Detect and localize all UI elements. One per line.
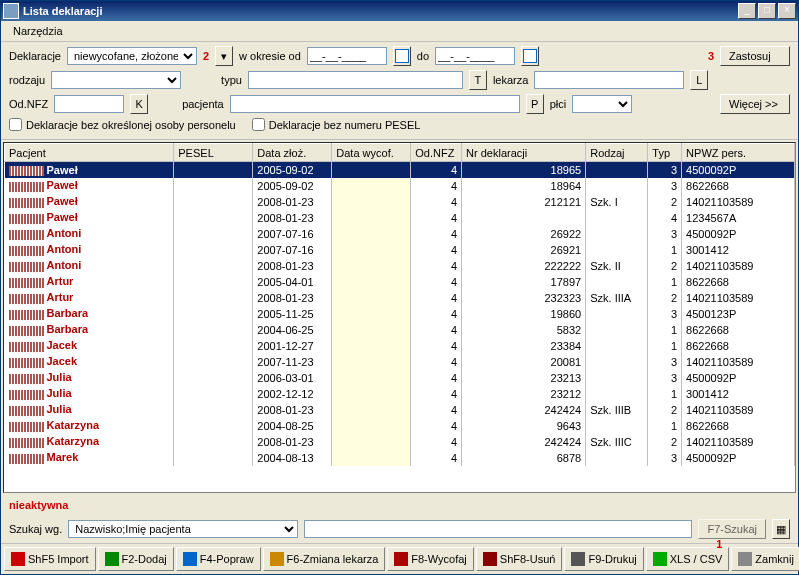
withdraw-icon [394, 552, 408, 566]
odnfz-input[interactable] [54, 95, 124, 113]
close-button[interactable]: × [778, 3, 796, 19]
print-button[interactable]: F9-Drukuj [564, 547, 643, 571]
col-header[interactable]: Od.NFZ [411, 144, 462, 162]
change-doctor-button[interactable]: F6-Zmiana lekarza [263, 547, 386, 571]
filters-panel: Deklaracje niewycofane, złożone 2 ▾ w ok… [1, 42, 798, 140]
table-row[interactable]: Julia2002-12-1242321213001412 [5, 386, 795, 402]
odnfz-label: Od.NFZ [9, 98, 48, 110]
add-button[interactable]: F2-Dodaj [98, 547, 174, 571]
maximize-button[interactable]: □ [758, 3, 776, 19]
data-grid[interactable]: PacjentPESELData złoż.Data wycof.Od.NFZN… [3, 142, 796, 493]
import-button[interactable]: ShF5 Import [4, 547, 96, 571]
decl-dropdown-button[interactable]: ▾ [215, 46, 233, 66]
menu-tools[interactable]: Narzędzia [7, 23, 69, 39]
apply-button[interactable]: Zastosuj [720, 46, 790, 66]
menubar: Narzędzia [1, 21, 798, 42]
marker-1: 1 [716, 538, 722, 550]
table-row[interactable]: Julia2008-01-234242424Szk. IIIB214021103… [5, 402, 795, 418]
type-lookup-button[interactable]: T [469, 70, 487, 90]
col-header[interactable]: Data wycof. [332, 144, 411, 162]
table-row[interactable]: Paweł2005-09-0241896438622668 [5, 178, 795, 194]
col-header[interactable]: Data złoż. [253, 144, 332, 162]
window-title: Lista deklaracji [23, 5, 738, 17]
doctor-label: lekarza [493, 74, 528, 86]
table-row[interactable]: Antoni2007-07-1642692113001412 [5, 242, 795, 258]
date-to-cal-button[interactable] [521, 46, 539, 66]
search-input[interactable] [304, 520, 692, 538]
table-row[interactable]: Artur2005-04-0141789718622668 [5, 274, 795, 290]
change-icon [270, 552, 284, 566]
search-aux-button[interactable]: ▦ [772, 519, 790, 539]
sex-select[interactable] [572, 95, 632, 113]
withdraw-button[interactable]: F8-Wycofaj [387, 547, 474, 571]
decl-select[interactable]: niewycofane, złożone [67, 47, 197, 65]
marker-3: 3 [708, 50, 714, 62]
close-icon [738, 552, 752, 566]
table-row[interactable]: Katarzyna2004-08-254964318622668 [5, 418, 795, 434]
delete-button[interactable]: ShF8-Usuń [476, 547, 563, 571]
table-row[interactable]: Paweł2008-01-234212121Szk. I214021103589 [5, 194, 795, 210]
minimize-button[interactable]: _ [738, 3, 756, 19]
calendar-icon [395, 49, 409, 63]
date-from-input[interactable] [307, 47, 387, 65]
sex-label: płci [550, 98, 567, 110]
patient-input[interactable] [230, 95, 520, 113]
print-icon [571, 552, 585, 566]
table-row[interactable]: Barbara2004-06-254583218622668 [5, 322, 795, 338]
status-text: nieaktywna [1, 495, 798, 515]
search-field-select[interactable]: Nazwisko;Imię pacjenta [68, 520, 298, 538]
calendar-icon [523, 49, 537, 63]
table-row[interactable]: Katarzyna2008-01-234242424Szk. IIIC21402… [5, 434, 795, 450]
type-input[interactable] [248, 71, 463, 89]
col-header[interactable]: Rodzaj [586, 144, 648, 162]
xls-icon [653, 552, 667, 566]
table-row[interactable]: Antoni2007-07-1642692234500092P [5, 226, 795, 242]
close-button-footer[interactable]: Zamknij [731, 547, 799, 571]
table-row[interactable]: Artur2008-01-234232323Szk. IIIA214021103… [5, 290, 795, 306]
delete-icon [483, 552, 497, 566]
edit-button[interactable]: F4-Popraw [176, 547, 261, 571]
kind-select[interactable] [51, 71, 181, 89]
import-icon [11, 552, 25, 566]
col-header[interactable]: Pacjent [5, 144, 174, 162]
col-header[interactable]: NPWZ pers. [682, 144, 795, 162]
search-label: Szukaj wg. [9, 523, 62, 535]
table-row[interactable]: Jacek2001-12-2742338418622668 [5, 338, 795, 354]
table-row[interactable]: Paweł2005-09-0241896534500092P [5, 162, 795, 178]
more-button[interactable]: Więcej >> [720, 94, 790, 114]
date-to-input[interactable] [435, 47, 515, 65]
col-header[interactable]: PESEL [174, 144, 253, 162]
table-row[interactable]: Julia2006-03-0142321334500092P [5, 370, 795, 386]
date-from-cal-button[interactable] [393, 46, 411, 66]
add-icon [105, 552, 119, 566]
period-from-label: w okresie od [239, 50, 301, 62]
table-row[interactable]: Marek2004-08-134687834500092P [5, 450, 795, 466]
kind-label: rodzaju [9, 74, 45, 86]
decl-label: Deklaracje [9, 50, 61, 62]
patient-label: pacjenta [182, 98, 224, 110]
table-row[interactable]: Paweł2008-01-23441234567A [5, 210, 795, 226]
odnfz-lookup-button[interactable]: K [130, 94, 148, 114]
col-header[interactable]: Typ [648, 144, 682, 162]
search-button[interactable]: F7-Szukaj [698, 519, 766, 539]
table-row[interactable]: Jacek2007-11-23420081314021103589 [5, 354, 795, 370]
app-icon [3, 3, 19, 19]
footer-toolbar: ShF5 Import F2-Dodaj F4-Popraw F6-Zmiana… [1, 543, 798, 574]
patient-lookup-button[interactable]: P [526, 94, 544, 114]
table-row[interactable]: Antoni2008-01-234222222Szk. II2140211035… [5, 258, 795, 274]
xls-csv-button[interactable]: 1XLS / CSV [646, 547, 730, 571]
edit-icon [183, 552, 197, 566]
chk-no-pesel[interactable]: Deklaracje bez numeru PESEL [252, 118, 421, 131]
period-to-label: do [417, 50, 429, 62]
doctor-lookup-button[interactable]: L [690, 70, 708, 90]
marker-2: 2 [203, 50, 209, 62]
titlebar: Lista deklaracji _ □ × [1, 1, 798, 21]
chk-no-pesel-box[interactable] [252, 118, 265, 131]
chk-no-staff[interactable]: Deklaracje bez określonej osoby personel… [9, 118, 236, 131]
col-header[interactable]: Nr deklaracji [462, 144, 586, 162]
table-row[interactable]: Barbara2005-11-2541986034500123P [5, 306, 795, 322]
type-label: typu [221, 74, 242, 86]
doctor-input[interactable] [534, 71, 684, 89]
chk-no-staff-box[interactable] [9, 118, 22, 131]
